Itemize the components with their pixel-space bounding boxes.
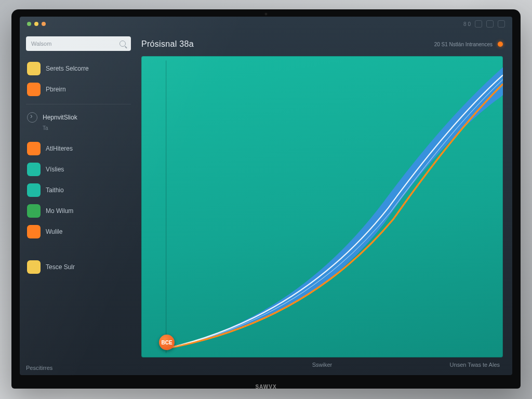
sidebar-item-label: Taithio (46, 187, 64, 194)
chevron-right-icon (27, 112, 37, 123)
sidebar-item-label: Wulile (46, 228, 62, 235)
window-maximize-dot[interactable] (42, 22, 46, 26)
device-brand-label: SAWVX (255, 384, 276, 390)
laptop-frame: 8 0 Walsom Serets Selcorre (11, 9, 521, 389)
square-icon (27, 83, 41, 96)
main-footer: Sswiker Unsen Twas te Ales (141, 357, 503, 372)
sidebar-group-apps: AtlHiteres Víslies Taithio Mo Wilum (26, 138, 131, 242)
sidebar-app-2[interactable]: Taithio (26, 180, 131, 201)
sidebar-section-sublabel: Ta (26, 125, 131, 131)
topbar-right-label: 8 0 (463, 21, 471, 27)
search-input[interactable]: Walsom (26, 36, 131, 51)
footer-right-label: Unsen Twas te Ales (450, 362, 500, 368)
status-indicator-icon (498, 42, 503, 47)
sidebar: Walsom Serets Selcorre Pbreirn (20, 31, 137, 375)
sidebar-app-3[interactable]: Mo Wilum (26, 201, 131, 221)
chart-canvas[interactable]: BCE (141, 56, 503, 357)
window-minimize-dot[interactable] (34, 22, 38, 26)
sidebar-app-4[interactable]: Wulile (26, 221, 131, 242)
sidebar-item-label: Víslies (46, 166, 64, 173)
square-icon (27, 163, 41, 176)
square-icon (27, 183, 41, 197)
sidebar-footer-link[interactable]: Pescitirres (26, 365, 52, 371)
square-icon (27, 142, 41, 155)
square-icon (27, 260, 41, 274)
page-title: Prósisnal 38a (141, 39, 194, 49)
main-panel: Prósisnal 38a 20 S1 Nstlán Intranences (137, 31, 512, 375)
sidebar-group-primary: Serets Selcorre Pbreirn (26, 58, 131, 100)
footer-center-label: Sswiker (312, 362, 332, 368)
sidebar-footer: Pescitirres (26, 362, 131, 371)
chart-origin-marker[interactable]: BCE (159, 335, 175, 350)
sidebar-item-1[interactable]: Pbreirn (26, 79, 131, 100)
divider (26, 104, 131, 104)
sidebar-item-label: AtlHiteres (46, 145, 73, 152)
sidebar-item-label: Serets Selcorre (46, 65, 89, 72)
topbar-icon-1[interactable] (475, 20, 482, 28)
sidebar-item-label: Tesce Sulr (46, 263, 75, 271)
search-icon (119, 41, 126, 47)
marker-label: BCE (161, 340, 172, 345)
camera-dot (264, 12, 268, 16)
square-icon (27, 204, 41, 218)
topbar-icon-3[interactable] (498, 20, 505, 28)
sidebar-item-label: Pbreirn (46, 86, 66, 93)
series-blue (166, 67, 503, 348)
status-text: 20 S1 Nstlán Intranences (434, 42, 493, 47)
sidebar-section-toggle[interactable]: HepnvitSliok (26, 109, 131, 126)
square-icon (27, 225, 41, 238)
sidebar-item-label: Mo Wilum (46, 207, 73, 215)
sidebar-app-0[interactable]: AtlHiteres (26, 138, 131, 159)
series-white (166, 75, 503, 349)
window-titlebar: 8 0 (20, 17, 512, 31)
traffic-lights (27, 22, 46, 26)
sidebar-extra-item[interactable]: Tesce Sulr (26, 257, 131, 277)
topbar-icon-2[interactable] (486, 20, 494, 28)
search-placeholder: Walsom (31, 41, 51, 47)
sidebar-app-1[interactable]: Víslies (26, 159, 131, 180)
square-icon (27, 62, 41, 75)
sidebar-item-0[interactable]: Serets Selcorre (26, 58, 131, 79)
sidebar-section-label: HepnvitSliok (43, 114, 77, 121)
window-close-dot[interactable] (27, 22, 31, 26)
chart-svg (141, 56, 503, 357)
app-window: 8 0 Walsom Serets Selcorre (20, 17, 512, 375)
main-header: Prósisnal 38a 20 S1 Nstlán Intranences (141, 36, 503, 52)
